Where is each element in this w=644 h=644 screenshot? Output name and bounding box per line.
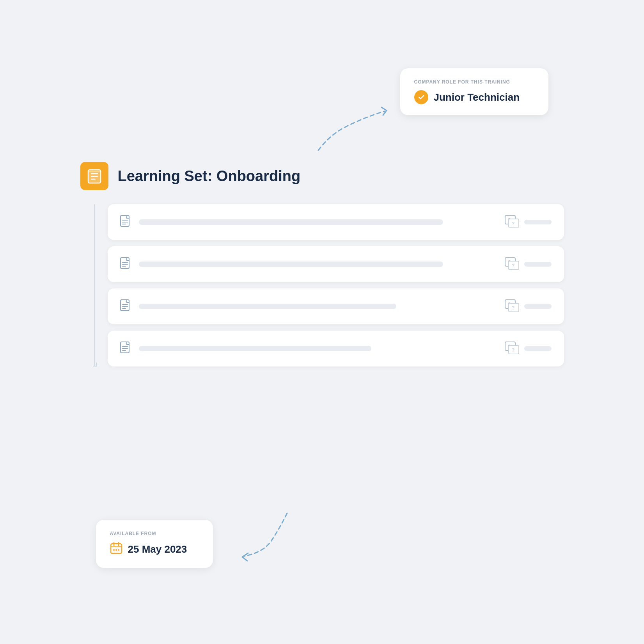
item-content xyxy=(139,262,497,267)
available-from-date: 25 May 2023 xyxy=(128,543,187,555)
timeline-line xyxy=(94,204,95,366)
learning-set-title: Learning Set: Onboarding xyxy=(118,168,301,185)
arrow-top-icon xyxy=(307,96,400,158)
skeleton-pill xyxy=(524,346,552,351)
learning-set-header: Learning Set: Onboarding xyxy=(80,162,564,190)
learning-set-section: Learning Set: Onboarding xyxy=(80,162,564,366)
available-from-label: AVAILABLE FROM xyxy=(110,531,199,536)
svg-text:?: ? xyxy=(512,305,514,311)
svg-rect-38 xyxy=(111,544,122,553)
skeleton-text xyxy=(139,262,443,267)
skeleton-text xyxy=(139,346,372,351)
item-right: ? ? xyxy=(505,257,552,271)
list-items: ? ? xyxy=(108,204,564,366)
available-from-card: AVAILABLE FROM 25 May 2023 xyxy=(96,520,213,568)
svg-text:?: ? xyxy=(512,263,514,269)
arrow-bottom-icon xyxy=(221,505,299,568)
skeleton-pill xyxy=(524,220,552,224)
skeleton-text xyxy=(139,304,397,309)
svg-rect-22 xyxy=(121,300,129,311)
company-role-value: Junior Technician xyxy=(414,90,534,104)
svg-text:?: ? xyxy=(512,221,514,226)
main-container: COMPANY ROLE FOR THIS TRAINING Junior Te… xyxy=(49,29,595,615)
quiz-icon: ? ? xyxy=(505,215,519,229)
skeleton-pill xyxy=(524,304,552,309)
quiz-icon: ? ? xyxy=(505,342,519,356)
list-item: ? ? xyxy=(108,288,564,324)
available-from-value: 25 May 2023 xyxy=(110,542,199,557)
svg-rect-6 xyxy=(121,215,129,226)
document-icon xyxy=(120,215,131,229)
svg-text:?: ? xyxy=(512,347,514,353)
timeline-container: ? ? xyxy=(94,204,564,366)
svg-rect-14 xyxy=(121,258,129,269)
item-content xyxy=(139,304,497,309)
list-item: ? ? xyxy=(108,331,564,366)
item-right: ? ? xyxy=(505,299,552,313)
calendar-icon xyxy=(110,542,122,557)
document-icon xyxy=(120,342,131,356)
document-icon xyxy=(120,257,131,271)
company-role-label: COMPANY ROLE FOR THIS TRAINING xyxy=(414,79,534,85)
quiz-icon: ? ? xyxy=(505,257,519,271)
item-content xyxy=(139,219,497,225)
list-item: ? ? xyxy=(108,204,564,240)
quiz-icon: ? ? xyxy=(505,299,519,313)
svg-rect-30 xyxy=(121,342,129,353)
svg-point-43 xyxy=(115,549,117,551)
skeleton-pill xyxy=(524,262,552,267)
svg-point-42 xyxy=(113,549,115,551)
svg-point-44 xyxy=(118,549,119,551)
item-content xyxy=(139,346,497,351)
book-icon xyxy=(80,162,108,190)
role-name: Junior Technician xyxy=(434,91,520,103)
list-item: ? ? xyxy=(108,246,564,282)
check-badge-icon xyxy=(414,90,428,104)
skeleton-text xyxy=(139,219,443,225)
item-right: ? ? xyxy=(505,342,552,356)
company-role-card: COMPANY ROLE FOR THIS TRAINING Junior Te… xyxy=(400,68,548,115)
document-icon xyxy=(120,299,131,313)
item-right: ? ? xyxy=(505,215,552,229)
